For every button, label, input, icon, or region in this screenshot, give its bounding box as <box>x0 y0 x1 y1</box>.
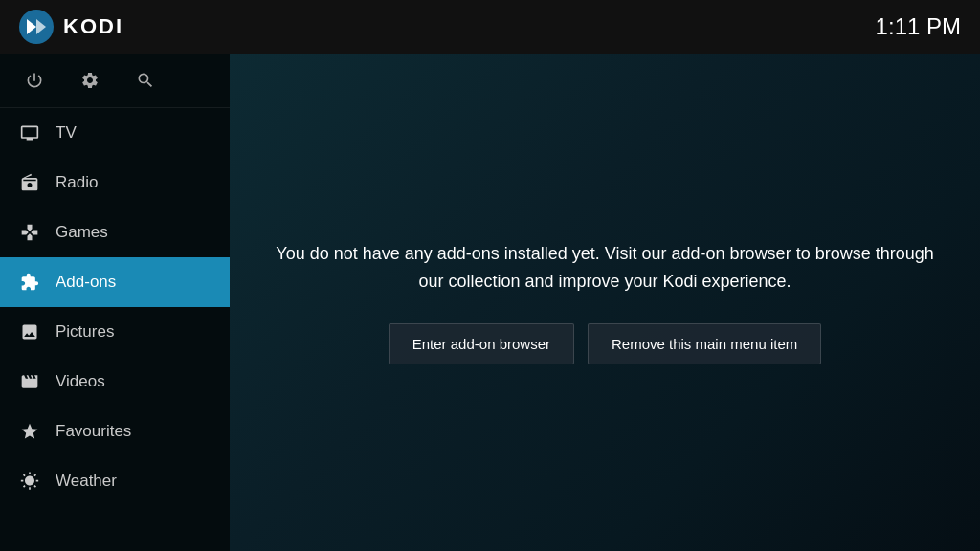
sidebar-item-weather[interactable]: Weather <box>0 456 230 506</box>
weather-icon <box>17 469 42 494</box>
sidebar-item-tv[interactable]: TV <box>0 108 230 158</box>
sidebar-item-games[interactable]: Games <box>0 208 230 257</box>
videos-icon <box>17 369 42 394</box>
sidebar-item-favourites[interactable]: Favourites <box>0 407 230 456</box>
enter-addon-browser-button[interactable]: Enter add-on browser <box>389 323 574 364</box>
pictures-icon <box>17 320 42 344</box>
sidebar: TV Radio Games Add-ons <box>0 54 230 551</box>
settings-button[interactable] <box>77 67 103 94</box>
content-buttons: Enter add-on browser Remove this main me… <box>268 323 942 364</box>
tv-icon <box>17 121 42 145</box>
sidebar-top-bar <box>0 54 230 108</box>
sidebar-item-pictures-label: Pictures <box>56 322 114 342</box>
power-button[interactable] <box>21 67 48 94</box>
header: KODI 1:11 PM <box>0 0 980 54</box>
addons-icon <box>17 270 42 295</box>
content-message: You do not have any add-ons installed ye… <box>268 240 942 296</box>
sidebar-item-tv-label: TV <box>56 123 77 143</box>
nav-menu: TV Radio Games Add-ons <box>0 108 230 551</box>
clock: 1:11 PM <box>876 13 961 40</box>
sidebar-item-videos[interactable]: Videos <box>0 357 230 407</box>
remove-menu-item-button[interactable]: Remove this main menu item <box>588 323 821 364</box>
radio-icon <box>17 170 42 195</box>
sidebar-item-addons-label: Add-ons <box>56 273 116 292</box>
sidebar-item-radio[interactable]: Radio <box>0 158 230 208</box>
kodi-logo-icon <box>19 10 54 44</box>
sidebar-item-addons[interactable]: Add-ons <box>0 257 230 307</box>
sidebar-item-radio-label: Radio <box>56 173 98 192</box>
logo-area: KODI <box>19 10 123 44</box>
sidebar-item-favourites-label: Favourites <box>56 422 131 441</box>
sidebar-item-games-label: Games <box>56 223 108 242</box>
favourites-icon <box>17 419 42 444</box>
search-button[interactable] <box>132 67 159 94</box>
sidebar-item-weather-label: Weather <box>56 472 117 491</box>
main-layout: TV Radio Games Add-ons <box>0 54 980 551</box>
games-icon <box>17 220 42 245</box>
sidebar-item-pictures[interactable]: Pictures <box>0 307 230 357</box>
app-title: KODI <box>63 14 123 39</box>
content-inner: You do not have any add-ons installed ye… <box>268 240 942 365</box>
sidebar-item-videos-label: Videos <box>56 372 105 391</box>
content-area: You do not have any add-ons installed ye… <box>230 54 980 551</box>
